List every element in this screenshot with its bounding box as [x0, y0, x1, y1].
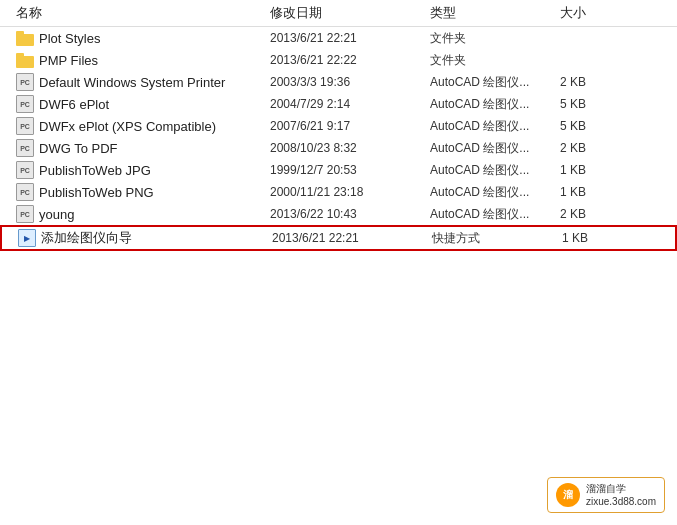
pc-icon: PC: [16, 95, 34, 113]
file-date: 2008/10/23 8:32: [270, 141, 430, 155]
file-date: 2004/7/29 2:14: [270, 97, 430, 111]
pc-icon: PC: [16, 73, 34, 91]
file-size: 5 KB: [560, 119, 640, 133]
pc-icon: PC: [16, 117, 34, 135]
pc-icon: PC: [16, 161, 34, 179]
file-size: 1 KB: [562, 231, 642, 245]
table-row[interactable]: PC young 2013/6/22 10:43 AutoCAD 绘图仪... …: [0, 203, 677, 225]
table-row[interactable]: PC PublishToWeb PNG 2000/11/21 23:18 Aut…: [0, 181, 677, 203]
file-type: AutoCAD 绘图仪...: [430, 74, 560, 91]
folder-icon: [16, 51, 34, 69]
watermark-logo: 溜: [556, 483, 580, 507]
file-size: 5 KB: [560, 97, 640, 111]
table-row[interactable]: PMP Files 2013/6/21 22:22 文件夹: [0, 49, 677, 71]
table-row[interactable]: PC DWFx ePlot (XPS Compatible) 2007/6/21…: [0, 115, 677, 137]
watermark: 溜 溜溜自学 zixue.3d88.com: [547, 477, 665, 513]
table-row[interactable]: Plot Styles 2013/6/21 22:21 文件夹: [0, 27, 677, 49]
table-row[interactable]: PC PublishToWeb JPG 1999/12/7 20:53 Auto…: [0, 159, 677, 181]
file-date: 2013/6/21 22:21: [272, 231, 432, 245]
pc-icon: PC: [16, 205, 34, 223]
file-name: Default Windows System Printer: [39, 75, 225, 90]
table-row[interactable]: PC DWG To PDF 2008/10/23 8:32 AutoCAD 绘图…: [0, 137, 677, 159]
file-name: DWFx ePlot (XPS Compatible): [39, 119, 216, 134]
file-name-cell: PC young: [0, 205, 270, 223]
table-row[interactable]: ▶ 添加绘图仪向导 2013/6/21 22:21 快捷方式 1 KB: [0, 225, 677, 251]
file-name: PublishToWeb PNG: [39, 185, 154, 200]
file-name-cell: PC PublishToWeb JPG: [0, 161, 270, 179]
file-name: DWG To PDF: [39, 141, 118, 156]
file-size: 1 KB: [560, 163, 640, 177]
file-size: 1 KB: [560, 185, 640, 199]
file-name-cell: ▶ 添加绘图仪向导: [2, 229, 272, 247]
watermark-line2: zixue.3d88.com: [586, 495, 656, 508]
file-date: 2013/6/21 22:22: [270, 53, 430, 67]
file-size: 2 KB: [560, 141, 640, 155]
watermark-line1: 溜溜自学: [586, 482, 656, 495]
column-header-row: 名称 修改日期 类型 大小: [0, 0, 677, 27]
file-name-cell: PMP Files: [0, 51, 270, 69]
file-date: 2013/6/22 10:43: [270, 207, 430, 221]
watermark-logo-text: 溜: [563, 488, 573, 502]
wizard-icon: ▶: [18, 229, 36, 247]
file-name: DWF6 ePlot: [39, 97, 109, 112]
folder-icon: [16, 29, 34, 47]
file-date: 2013/6/21 22:21: [270, 31, 430, 45]
file-type: AutoCAD 绘图仪...: [430, 206, 560, 223]
col-header-size[interactable]: 大小: [560, 4, 640, 22]
file-date: 2003/3/3 19:36: [270, 75, 430, 89]
file-size: 2 KB: [560, 207, 640, 221]
file-date: 2007/6/21 9:17: [270, 119, 430, 133]
file-type: AutoCAD 绘图仪...: [430, 184, 560, 201]
file-date: 1999/12/7 20:53: [270, 163, 430, 177]
table-row[interactable]: PC Default Windows System Printer 2003/3…: [0, 71, 677, 93]
file-name: PublishToWeb JPG: [39, 163, 151, 178]
file-list: Plot Styles 2013/6/21 22:21 文件夹 PMP File…: [0, 27, 677, 525]
file-name: PMP Files: [39, 53, 98, 68]
file-name-cell: PC DWF6 ePlot: [0, 95, 270, 113]
col-header-type[interactable]: 类型: [430, 4, 560, 22]
file-name-cell: PC PublishToWeb PNG: [0, 183, 270, 201]
file-name-cell: PC Default Windows System Printer: [0, 73, 270, 91]
pc-icon: PC: [16, 139, 34, 157]
file-type: AutoCAD 绘图仪...: [430, 118, 560, 135]
file-name: Plot Styles: [39, 31, 100, 46]
col-header-name[interactable]: 名称: [0, 4, 270, 22]
table-row[interactable]: PC DWF6 ePlot 2004/7/29 2:14 AutoCAD 绘图仪…: [0, 93, 677, 115]
file-type: 文件夹: [430, 52, 560, 69]
file-type: AutoCAD 绘图仪...: [430, 140, 560, 157]
pc-icon: PC: [16, 183, 34, 201]
file-name-cell: Plot Styles: [0, 29, 270, 47]
file-type: AutoCAD 绘图仪...: [430, 96, 560, 113]
file-type: AutoCAD 绘图仪...: [430, 162, 560, 179]
file-name-cell: PC DWFx ePlot (XPS Compatible): [0, 117, 270, 135]
file-name: young: [39, 207, 74, 222]
watermark-text-block: 溜溜自学 zixue.3d88.com: [586, 482, 656, 508]
col-header-date[interactable]: 修改日期: [270, 4, 430, 22]
file-type: 文件夹: [430, 30, 560, 47]
file-name-cell: PC DWG To PDF: [0, 139, 270, 157]
file-size: 2 KB: [560, 75, 640, 89]
file-name: 添加绘图仪向导: [41, 229, 132, 247]
file-explorer: 名称 修改日期 类型 大小 Plot Styles 2013/6/21 22:2…: [0, 0, 677, 525]
file-type: 快捷方式: [432, 230, 562, 247]
file-date: 2000/11/21 23:18: [270, 185, 430, 199]
